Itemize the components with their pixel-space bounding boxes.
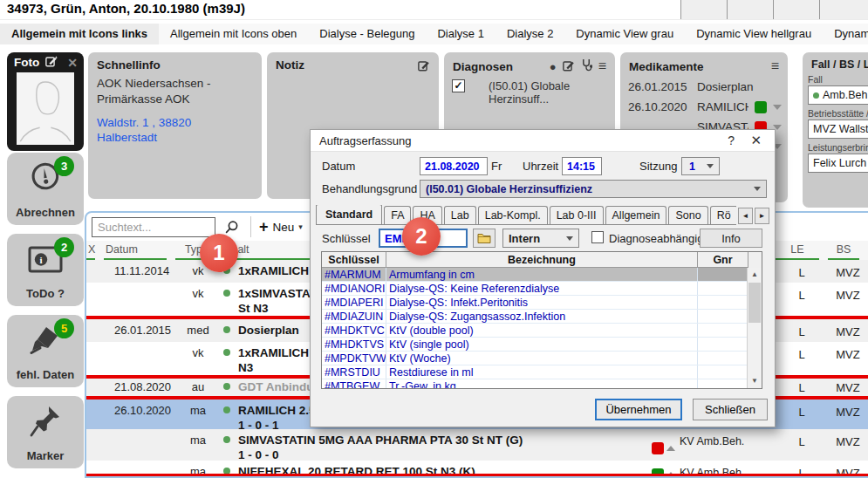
tab-allgemein-icons-oben[interactable]: Allgemein mit Icons oben — [159, 24, 308, 44]
todo-button[interactable]: i 2 ToDo ? — [7, 234, 84, 306]
pushpin-icon — [29, 404, 62, 442]
hamburger-icon[interactable]: ≡ — [598, 58, 606, 74]
chevron-down-icon — [566, 236, 573, 241]
diagnosis-checkbox[interactable]: ✓ — [452, 79, 465, 92]
tab-fa[interactable]: FA — [384, 206, 411, 224]
address-link[interactable]: Waldstr. 1 , 38820 Halberstadt — [97, 115, 253, 147]
close-icon[interactable]: ✕ — [750, 133, 762, 148]
fall-field[interactable]: Amb.Beh. — [808, 85, 868, 105]
info-button[interactable]: Info — [700, 229, 762, 248]
tab-dynamic-view-hellgrau[interactable]: Dynamic View hellgrau — [685, 24, 823, 44]
sitzung-select[interactable]: 1 — [681, 157, 720, 175]
help-icon[interactable]: ? — [728, 133, 735, 147]
table-row-selected[interactable]: #MARMUMArmumfang in cm — [322, 268, 762, 282]
stethoscope-icon[interactable] — [581, 58, 592, 74]
folder-button[interactable] — [473, 229, 496, 248]
table-row[interactable]: ma SIMVASTATIN 5MG AAA PHARMA PTA 30 St … — [86, 429, 868, 461]
tab-dynamic-view-hellgrau-rot[interactable]: Dynamic View hellgrau/rot — [823, 24, 868, 44]
tab-roe[interactable]: Rö — [710, 206, 736, 224]
foto-card[interactable]: Foto ✕ — [7, 52, 84, 151]
fall-bs-le-panel: Fall / BS / LE Fall Amb.Beh. Betriebsstä… — [803, 52, 868, 208]
green-dot-icon — [223, 406, 230, 413]
edit-icon[interactable] — [418, 59, 430, 72]
abrechnen-button[interactable]: 3 Abrechnen — [7, 153, 84, 225]
fall-label: Fall — [808, 74, 868, 85]
scrollbar-thumb[interactable] — [748, 283, 761, 323]
tab-lab-0-iii[interactable]: Lab 0-III — [550, 206, 604, 224]
col-datum[interactable]: Datum — [104, 241, 167, 260]
tab-allgemein[interactable]: Allgemein — [605, 206, 667, 224]
betriebsstaette-field[interactable]: MVZ Wallstra — [808, 120, 868, 139]
schliessen-button[interactable]: Schließen — [693, 399, 768, 420]
scroll-up-icon[interactable]: ▲ — [748, 268, 762, 282]
betriebsstaette-label: Betriebsstätte / BS — [808, 108, 868, 119]
table-row[interactable]: #MHDKTVSKtV (single pool) — [322, 338, 762, 352]
face-sketch-icon — [17, 72, 74, 147]
diagnosis-entry[interactable]: (I50.01) Globale Herzinsuff... — [489, 79, 607, 106]
tab-lab-kompl[interactable]: Lab-Kompl. — [478, 206, 548, 224]
behandlungsgrund-label: Behandlungsgrund — [322, 182, 417, 195]
tab-standard[interactable]: Standard — [316, 205, 382, 224]
folder-icon — [477, 233, 491, 243]
table-row[interactable]: #MRSTDIURestdiurese in ml — [322, 365, 762, 379]
behandlungsgrund-select[interactable]: (I50.01) Globale Herzinsuffizienz — [420, 180, 767, 198]
tab-dialyse-belegung[interactable]: Dialyse - Belegung — [308, 24, 426, 44]
close-icon[interactable]: ✕ — [67, 57, 78, 69]
table-row[interactable]: #MDIAZUINDialyse-QS: Zugangsassoz.Infekt… — [322, 310, 762, 324]
annotation-circle-1: 1 — [200, 234, 238, 272]
uhrzeit-field[interactable]: 14:15 — [562, 157, 602, 175]
tab-scroll-left-icon[interactable]: ◄ — [738, 208, 753, 224]
schluessel-table: Schlüssel Bezeichnung Gnr #MARMUMArmumfa… — [321, 251, 762, 389]
status-square-red — [652, 442, 664, 454]
diagnosen-title: Diagnosen — [453, 60, 513, 73]
chevron-up-icon — [666, 446, 675, 451]
tab-dynamic-view-grau[interactable]: Dynamic View grau — [564, 24, 685, 44]
tab-dialyse-2[interactable]: Dialyse 2 — [496, 24, 564, 44]
edit-icon[interactable] — [563, 59, 575, 74]
table-row[interactable]: #MDIAPERIDialyse-QS: Infekt.Peritonitis — [322, 296, 762, 310]
search-input[interactable] — [92, 217, 215, 237]
green-dot-icon — [223, 349, 230, 356]
insurance-text: AOK Niedersachsen - Primärkasse AOK — [97, 76, 253, 107]
notiz-title: Notiz — [276, 58, 304, 72]
col-bs[interactable]: BS — [828, 241, 859, 260]
green-dot-icon — [223, 436, 230, 443]
chevron-down-icon[interactable] — [773, 105, 782, 110]
tab-allgemein-icons-links[interactable]: Allgemein mit Icons links — [0, 24, 159, 44]
medication-row[interactable]: 26.01.2015 Dosierplan — [620, 77, 788, 97]
green-dot-icon — [223, 326, 230, 333]
fehlende-daten-button[interactable]: 5 fehl. Daten — [7, 315, 84, 387]
edit-icon[interactable] — [45, 55, 58, 70]
uebernehmen-button[interactable]: Übernehmen — [595, 399, 682, 420]
marker-button[interactable]: Marker — [7, 396, 84, 468]
schnellinfo-panel: Schnellinfo AOK Niedersachsen - Primärka… — [88, 52, 262, 199]
plus-icon: + — [259, 220, 269, 234]
quelle-select[interactable]: Intern — [502, 229, 579, 248]
hamburger-icon[interactable]: ≡ — [771, 58, 779, 74]
col-le[interactable]: LE — [776, 241, 819, 260]
medication-row[interactable]: 26.10.2020 RAMILICH — [620, 97, 788, 117]
scrollbar[interactable]: ▲ ▼ — [747, 268, 762, 388]
datum-field[interactable]: 21.08.2020 — [420, 157, 488, 175]
neu-button[interactable]: + Neu ▾ — [259, 220, 303, 234]
record-dot-icon[interactable]: ● — [550, 60, 557, 73]
table-row[interactable]: #MTBGEWTr.-Gew. in kg — [322, 379, 762, 389]
annotation-circle-2: 2 — [402, 217, 441, 256]
chevron-down-icon — [707, 164, 714, 168]
tab-scroll-right-icon[interactable]: ► — [755, 208, 769, 224]
dialog-title: Auftragserfassung — [319, 134, 412, 147]
col-x[interactable]: X — [86, 241, 95, 260]
leistungserbringer-field[interactable]: Felix Lurch — [808, 154, 868, 173]
table-row[interactable]: #MPDKTVWKtV (Woche) — [322, 352, 762, 365]
patient-photo-placeholder — [17, 72, 74, 145]
fehlende-daten-badge: 5 — [54, 318, 74, 338]
green-dot-icon — [813, 92, 819, 99]
tab-dialyse-1[interactable]: Dialyse 1 — [426, 24, 495, 44]
tab-lab[interactable]: Lab — [444, 206, 476, 224]
scroll-down-icon[interactable]: ▼ — [748, 374, 762, 388]
table-row[interactable]: #MDIANORIDialyse-QS: Keine Referenzdialy… — [322, 282, 762, 296]
tab-sono[interactable]: Sono — [668, 206, 707, 224]
table-row[interactable]: #MHDKTVCKtV (double pool) — [322, 324, 762, 338]
diagnoseabhaengigkeit-checkbox[interactable] — [591, 231, 604, 243]
chevron-down-icon — [754, 187, 761, 191]
